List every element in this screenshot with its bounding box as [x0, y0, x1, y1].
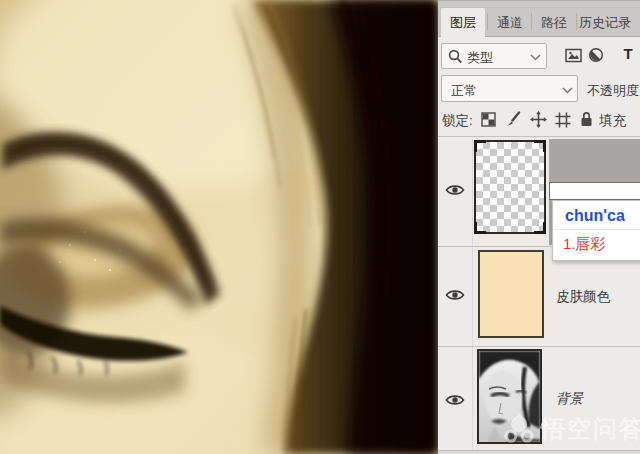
visibility-toggle-layer3[interactable]	[444, 391, 466, 408]
adjustment-half-circle-icon	[588, 47, 604, 63]
move-arrows-icon	[530, 111, 547, 128]
type-icon: T	[623, 45, 632, 62]
kind-filter-label: 类型	[467, 49, 493, 67]
divider	[438, 346, 640, 347]
eye-icon	[445, 393, 465, 407]
filter-type-layers-button[interactable]: T	[620, 43, 636, 63]
thumbnail-corner-bracket	[534, 140, 546, 152]
chevron-down-icon	[530, 54, 541, 61]
opacity-label: 不透明度	[587, 82, 640, 100]
tab-history[interactable]: 历史记录	[579, 8, 640, 37]
background-portrait-thumbnail	[479, 351, 540, 442]
checkerboard-icon	[481, 112, 496, 127]
tab-layers[interactable]: 图层	[441, 8, 485, 37]
visibility-toggle-layer2[interactable]	[444, 286, 466, 303]
tab-paths[interactable]: 路径	[534, 8, 574, 37]
thumbnail-corner-bracket	[474, 222, 486, 234]
canvas-photo[interactable]	[0, 0, 438, 454]
tab-separator	[576, 13, 577, 30]
thumbnail-corner-bracket	[474, 140, 486, 152]
lock-position-button[interactable]	[528, 109, 548, 129]
lock-image-pixels-button[interactable]	[504, 110, 522, 128]
thumbnail-corner-bracket	[534, 222, 546, 234]
tab-separator	[531, 13, 532, 30]
tab-separator	[487, 13, 488, 30]
eye-makeup-photo	[0, 0, 438, 454]
lock-label: 锁定:	[442, 112, 473, 130]
layers-panel: 图层 通道 路径 历史记录 类型	[438, 0, 640, 454]
chevron-down-icon	[562, 87, 573, 94]
lock-artboard-nesting-button[interactable]	[553, 110, 572, 129]
blend-mode-select[interactable]: 正常	[441, 75, 578, 102]
filter-pixel-layers-button[interactable]	[564, 46, 582, 64]
filter-adjustment-layers-button[interactable]	[587, 46, 605, 64]
layer1-transparent-thumbnail[interactable]	[474, 140, 546, 234]
panel-bottom-bar	[438, 450, 640, 454]
layer2-color-thumbnail[interactable]	[478, 250, 544, 338]
layer3-image-thumbnail[interactable]	[477, 349, 542, 444]
layer-filter-kind-select[interactable]: 类型	[441, 43, 547, 69]
divider	[438, 136, 640, 137]
ime-candidate-item[interactable]: 1.唇彩	[553, 229, 640, 260]
eye-icon	[445, 183, 465, 197]
ime-popup: chun'ca 1.唇彩	[552, 200, 640, 261]
lock-transparent-pixels-button[interactable]	[479, 110, 497, 128]
layer1-name-input[interactable]	[549, 182, 640, 200]
blend-mode-value: 正常	[451, 82, 477, 100]
layer2-name[interactable]: 皮肤颜色	[556, 288, 610, 306]
tab-channels[interactable]: 通道	[490, 8, 530, 37]
lock-all-button[interactable]	[578, 110, 594, 128]
artboard-crop-icon	[555, 112, 571, 128]
photoshop-window: 图层 通道 路径 历史记录 类型	[0, 0, 640, 454]
eye-icon	[445, 288, 465, 302]
ime-composition-text: chun'ca	[553, 201, 640, 229]
lock-icon	[580, 111, 593, 127]
layer3-name[interactable]: 背景	[556, 390, 583, 408]
eye-column-divider	[472, 138, 473, 450]
search-icon	[448, 49, 463, 65]
image-icon	[565, 48, 582, 63]
visibility-toggle-layer1[interactable]	[444, 181, 466, 198]
brush-icon	[506, 111, 521, 127]
fill-label: 填充	[599, 112, 640, 130]
